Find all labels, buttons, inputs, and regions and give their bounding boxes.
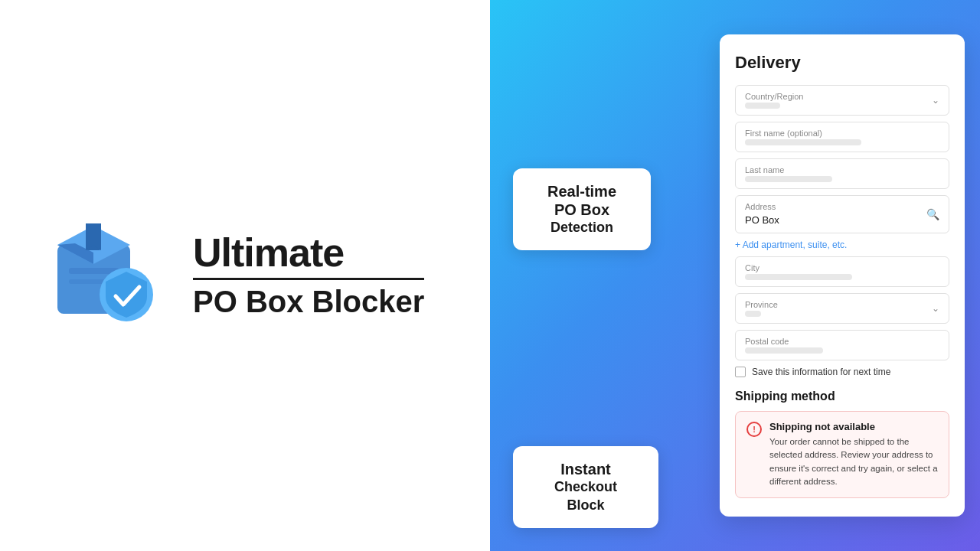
address-value: PO Box [745,214,779,226]
brand-subtitle: PO Box Blocker [193,278,424,320]
city-field[interactable]: City [735,256,949,287]
badge-realtime-line1: Real-time [534,182,629,201]
last-name-field[interactable]: Last name [735,158,949,189]
instant-checkout-badge: Instant Checkout Block [513,446,658,528]
shipping-error-box: ! Shipping not available Your order cann… [735,411,949,498]
save-info-label: Save this information for next time [752,367,890,377]
left-panel: Ultimate PO Box Blocker [0,0,490,551]
first-name-label: First name (optional) [745,129,939,138]
badge-realtime-line3: Detection [534,219,629,236]
badge-realtime-line2: PO Box [534,201,629,219]
first-name-field[interactable]: First name (optional) [735,122,949,152]
error-description: Your order cannot be shipped to the sele… [769,435,938,488]
province-chevron-icon: ⌄ [932,303,939,314]
city-label: City [745,263,939,272]
realtime-detection-badge: Real-time PO Box Detection [513,168,651,250]
postal-code-field[interactable]: Postal code [735,330,949,360]
country-field[interactable]: Country/Region ⌄ [735,85,949,116]
search-icon: 🔍 [926,208,939,220]
save-info-row[interactable]: Save this information for next time [735,367,949,377]
postal-code-label: Postal code [745,337,939,346]
right-panel: Real-time PO Box Detection Instant Check… [490,0,980,551]
address-label: Address [745,202,939,211]
checkout-card: Delivery Country/Region ⌄ First name (op… [720,34,965,517]
brand-text: Ultimate PO Box Blocker [193,231,424,320]
last-name-label: Last name [745,165,939,174]
error-icon: ! [746,422,762,437]
brand-title: Ultimate [193,231,424,275]
chevron-down-icon: ⌄ [932,95,939,106]
save-info-checkbox[interactable] [735,367,746,377]
province-field[interactable]: Province ⌄ [735,293,949,324]
badge-instant-line2: Checkout Block [534,478,637,514]
shipping-method-title: Shipping method [735,390,949,403]
badge-instant-line1: Instant [534,460,637,478]
logo-container [46,214,168,337]
province-label: Province [745,300,778,309]
country-label: Country/Region [745,92,803,101]
error-title: Shipping not available [769,421,938,432]
checkout-title: Delivery [735,53,949,73]
address-field[interactable]: Address PO Box 🔍 [735,195,949,233]
svg-rect-4 [69,279,107,284]
logo-icon [46,214,161,329]
error-content: Shipping not available Your order cannot… [769,421,938,488]
add-apartment-link[interactable]: + Add apartment, suite, etc. [735,240,949,250]
